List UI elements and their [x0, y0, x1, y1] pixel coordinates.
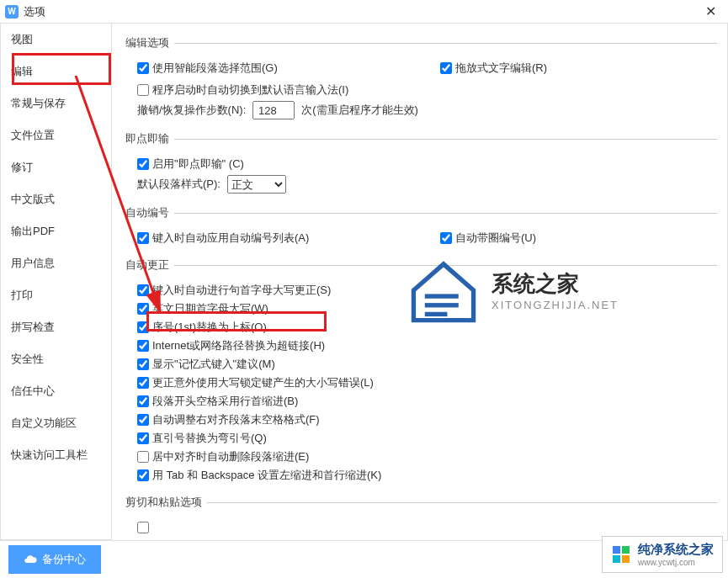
undo-steps-input[interactable] [252, 101, 295, 119]
sidebar-item-13[interactable]: 快速访问工具栏 [1, 439, 111, 471]
sidebar-item-2[interactable]: 常规与保存 [1, 87, 111, 119]
checkbox-auto-ime[interactable]: 程序启动时自动切换到默认语言输入法(I) [137, 82, 348, 98]
sidebar-item-1[interactable]: 编辑 [1, 56, 111, 87]
group-legend: 即点即输 [125, 131, 174, 146]
checkbox-autocorrect-0[interactable]: 键入时自动进行句首字母大写更正(S) [137, 283, 331, 298]
checkbox-auto-circle-number[interactable]: 自动带圈编号(U) [440, 231, 536, 246]
checkbox-autocorrect-3[interactable]: Internet或网络路径替换为超链接(H) [137, 338, 325, 353]
sidebar-item-10[interactable]: 安全性 [1, 343, 111, 375]
sidebar-item-3[interactable]: 文件位置 [1, 119, 111, 151]
group-click-type: 即点即输 启用"即点即输" (C) 默认段落样式(P): 正文 [125, 131, 717, 197]
checkbox-autocorrect-1[interactable]: 英文日期首字母大写(W) [137, 301, 268, 316]
sidebar-item-9[interactable]: 拼写检查 [1, 311, 111, 343]
window-title: 选项 [24, 4, 698, 19]
checkbox-autocorrect-10[interactable]: 用 Tab 和 Backspace 设置左缩进和首行缩进(K) [137, 468, 381, 483]
checkbox-enable-click-type[interactable]: 启用"即点即输" (C) [137, 156, 244, 172]
close-button[interactable]: ✕ [698, 3, 723, 19]
checkbox-autocorrect-2[interactable]: 序号(1st)替换为上标(O) [137, 320, 267, 335]
sidebar: 视图编辑常规与保存文件位置修订中文版式输出PDF用户信息打印拼写检查安全性信任中… [0, 24, 112, 540]
checkbox-autocorrect-5[interactable]: 更正意外使用大写锁定键产生的大小写错误(L) [137, 375, 374, 390]
checkbox-autocorrect-9[interactable]: 居中对齐时自动删除段落缩进(E) [137, 449, 309, 464]
content-pane: 编辑选项 使用智能段落选择范围(G) 拖放式文字编辑(R) 程序启动时自动切换到… [112, 24, 728, 540]
undo-steps-label: 撤销/恢复操作步数(N): [137, 103, 246, 118]
sidebar-item-4[interactable]: 修订 [1, 151, 111, 183]
checkbox-cut-paste-item[interactable] [137, 520, 163, 535]
group-auto-number: 自动编号 键入时自动应用自动编号列表(A) 自动带圈编号(U) [125, 205, 717, 249]
checkbox-autocorrect-6[interactable]: 段落开头空格采用行首缩进(B) [137, 394, 298, 409]
group-cut-paste: 剪切和粘贴选项 [125, 495, 717, 538]
sidebar-item-12[interactable]: 自定义功能区 [1, 407, 111, 439]
sidebar-item-7[interactable]: 用户信息 [1, 247, 111, 279]
cloud-icon [24, 553, 37, 566]
checkbox-auto-number-list[interactable]: 键入时自动应用自动编号列表(A) [137, 231, 309, 246]
sidebar-item-0[interactable]: 视图 [1, 24, 111, 56]
group-legend: 自动更正 [125, 257, 174, 273]
default-style-select[interactable]: 正文 [227, 175, 286, 194]
backup-center-button[interactable]: 备份中心 [8, 545, 101, 574]
group-legend: 自动编号 [125, 205, 174, 220]
sidebar-item-5[interactable]: 中文版式 [1, 183, 111, 215]
group-edit-options: 编辑选项 使用智能段落选择范围(G) 拖放式文字编辑(R) 程序启动时自动切换到… [125, 35, 717, 123]
group-legend: 剪切和粘贴选项 [125, 495, 207, 510]
checkbox-autocorrect-7[interactable]: 自动调整右对齐段落末空格格式(F) [137, 412, 320, 427]
sidebar-item-6[interactable]: 输出PDF [1, 215, 111, 247]
checkbox-smart-select[interactable]: 使用智能段落选择范围(G) [137, 61, 278, 76]
undo-steps-suffix: 次(需重启程序才能生效) [301, 103, 418, 118]
titlebar: W 选项 ✕ [0, 0, 728, 24]
checkbox-autocorrect-8[interactable]: 直引号替换为弯引号(Q) [137, 431, 267, 446]
group-auto-correct: 自动更正 键入时自动进行句首字母大写更正(S)英文日期首字母大写(W)序号(1s… [125, 257, 717, 486]
app-icon: W [5, 5, 19, 19]
checkbox-drag-edit[interactable]: 拖放式文字编辑(R) [440, 61, 547, 76]
footer: 备份中心 [0, 540, 728, 577]
default-style-label: 默认段落样式(P): [137, 177, 221, 192]
group-legend: 编辑选项 [125, 35, 174, 50]
checkbox-autocorrect-4[interactable]: 显示"记忆式键入"建议(M) [137, 357, 275, 372]
sidebar-item-8[interactable]: 打印 [1, 279, 111, 311]
sidebar-item-11[interactable]: 信任中心 [1, 375, 111, 407]
